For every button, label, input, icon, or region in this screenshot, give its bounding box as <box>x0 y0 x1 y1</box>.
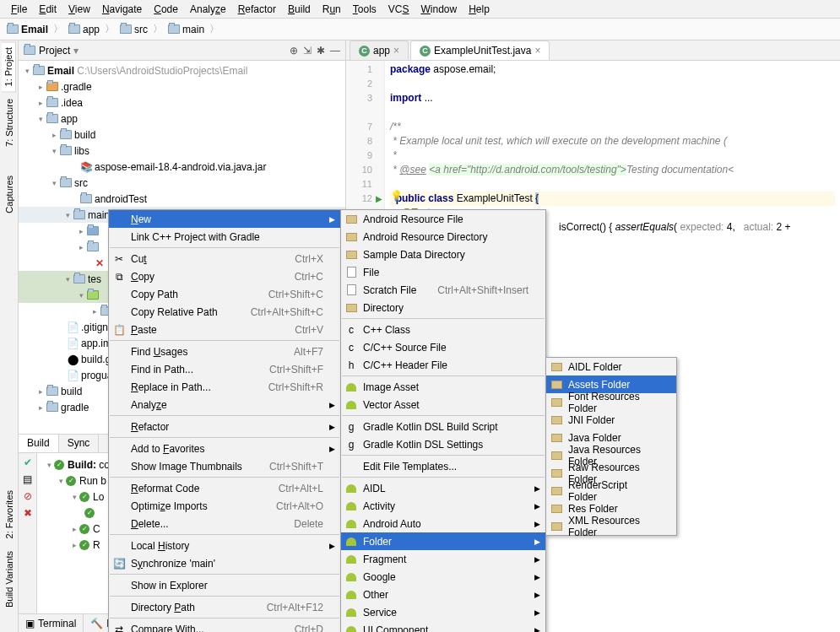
menu-run[interactable]: Run <box>317 1 347 18</box>
menu-item-copy-relative-path[interactable]: Copy Relative PathCtrl+Alt+Shift+C <box>109 303 340 321</box>
menu-item-aidl-folder[interactable]: AIDL Folder <box>546 358 676 375</box>
menu-item-analyze[interactable]: Analyze▶ <box>109 396 340 413</box>
intention-bulb-icon[interactable]: 💡 <box>390 190 403 202</box>
menu-item-c-c-source-file[interactable]: cC/C++ Source File <box>341 338 545 356</box>
menu-item-android-resource-directory[interactable]: Android Resource Directory <box>341 228 545 246</box>
menu-item-cut[interactable]: ✂CutCtrl+X <box>109 250 340 267</box>
menu-item-paste[interactable]: 📋PasteCtrl+V <box>109 321 340 338</box>
menu-item-gradle-kotlin-dsl-settings[interactable]: gGradle Kotlin DSL Settings <box>341 435 545 453</box>
menu-item-image-asset[interactable]: Image Asset <box>341 378 545 396</box>
menu-item-new[interactable]: New▶ <box>109 210 340 228</box>
tab-captures[interactable]: Captures <box>3 170 16 219</box>
menu-item-gradle-kotlin-dsl-build-script[interactable]: gGradle Kotlin DSL Build Script <box>341 418 545 435</box>
menu-item-xml-resources-folder[interactable]: XML Resources Folder <box>546 517 676 535</box>
project-panel-header: Project ▾ ⊕ ⇲ ✱ — <box>19 41 345 61</box>
tab-favorites[interactable]: 2: Favorites <box>3 485 16 543</box>
menu-item-replace-in-path-[interactable]: Replace in Path...Ctrl+Shift+R <box>109 378 340 396</box>
hide-icon[interactable]: — <box>330 45 340 57</box>
menu-item-aidl[interactable]: AIDL▶ <box>341 479 545 497</box>
menu-window[interactable]: Window <box>415 1 463 18</box>
menu-help[interactable]: Help <box>463 1 496 18</box>
editor-tab-app[interactable]: Capp× <box>350 41 409 60</box>
breadcrumb-src[interactable]: src <box>117 24 151 35</box>
menu-item-service[interactable]: Service▶ <box>341 603 545 621</box>
class-icon: C <box>420 46 431 57</box>
menu-item-font-resources-folder[interactable]: Font Resources Folder <box>546 393 676 411</box>
menu-item-google[interactable]: Google▶ <box>341 568 545 586</box>
menu-item-link-c-project-with-gradle[interactable]: Link C++ Project with Gradle <box>109 228 340 246</box>
menu-item-synchronize-main-[interactable]: 🔄Synchronize 'main' <box>109 554 340 572</box>
editor-tabs: Capp× CExampleUnitTest.java× <box>346 41 840 61</box>
context-menu: New▶Link C++ Project with Gradle✂CutCtrl… <box>108 209 341 632</box>
close-icon[interactable]: × <box>534 45 540 57</box>
stop-icon[interactable]: ⊘ <box>24 490 32 502</box>
menu-item-scratch-file[interactable]: Scratch FileCtrl+Alt+Shift+Insert <box>341 281 545 299</box>
menu-analyze[interactable]: Analyze <box>184 1 232 18</box>
menu-item-optimize-imports[interactable]: Optimize ImportsCtrl+Alt+O <box>109 497 340 515</box>
menu-item-directory[interactable]: Directory <box>341 299 545 316</box>
menu-item-find-usages[interactable]: Find UsagesAlt+F7 <box>109 343 340 360</box>
menu-item-activity[interactable]: Activity▶ <box>341 497 545 515</box>
menu-build[interactable]: Build <box>282 1 317 18</box>
menu-item-c-class[interactable]: cC++ Class <box>341 321 545 338</box>
menu-vcs[interactable]: VCS <box>382 1 415 18</box>
menu-item-copy-path[interactable]: Copy PathCtrl+Shift+C <box>109 285 340 303</box>
chevron-right-icon: 〉 <box>208 22 221 36</box>
tab-build-variants[interactable]: Build Variants <box>3 546 16 613</box>
menubar: File Edit View Navigate Code Analyze Ref… <box>0 0 840 19</box>
menu-item-file[interactable]: File <box>341 263 545 281</box>
menu-item-android-resource-file[interactable]: Android Resource File <box>341 210 545 228</box>
menu-tools[interactable]: Tools <box>347 1 382 18</box>
menu-item-fragment[interactable]: Fragment▶ <box>341 550 545 568</box>
folder-icon <box>68 24 80 34</box>
breadcrumb-main[interactable]: main <box>165 24 208 35</box>
check-icon[interactable]: ✔ <box>24 456 32 468</box>
submenu-new: Android Resource FileAndroid Resource Di… <box>340 209 546 632</box>
menu-item-folder[interactable]: Folder▶ <box>341 532 545 550</box>
build-gutter: ✔ ▤ ⊘ ✖ <box>19 453 37 632</box>
menu-item-delete-[interactable]: Delete...Delete <box>109 515 340 532</box>
tab-project[interactable]: 1: Project <box>2 41 16 92</box>
breadcrumb-email[interactable]: Email <box>3 24 51 35</box>
menu-item-show-in-explorer[interactable]: Show in Explorer <box>109 576 340 594</box>
menu-item-jni-folder[interactable]: JNI Folder <box>546 411 676 429</box>
menu-code[interactable]: Code <box>148 1 184 18</box>
settings-icon[interactable]: ✱ <box>317 45 325 57</box>
menu-item-vector-asset[interactable]: Vector Asset <box>341 396 545 413</box>
menu-item-add-to-favorites[interactable]: Add to Favorites▶ <box>109 440 340 457</box>
scroll-from-source-icon[interactable]: ⊕ <box>290 45 298 57</box>
menu-refactor[interactable]: Refactor <box>232 1 282 18</box>
menu-item-find-in-path-[interactable]: Find in Path...Ctrl+Shift+F <box>109 360 340 378</box>
close-icon[interactable]: × <box>393 45 399 57</box>
menu-item-reformat-code[interactable]: Reformat CodeCtrl+Alt+L <box>109 479 340 497</box>
menu-item-ui-component[interactable]: UI Component▶ <box>341 621 545 632</box>
menu-item-other[interactable]: Other▶ <box>341 586 545 603</box>
menu-item-local-history[interactable]: Local History▶ <box>109 537 340 554</box>
tab-terminal[interactable]: ▣ Terminal <box>19 614 84 632</box>
menu-item-edit-file-templates-[interactable]: Edit File Templates... <box>341 457 545 475</box>
collapse-all-icon[interactable]: ⇲ <box>303 45 312 57</box>
menu-item-refactor[interactable]: Refactor▶ <box>109 418 340 435</box>
build-tab-build[interactable]: Build <box>19 435 59 452</box>
menu-item-directory-path[interactable]: Directory PathCtrl+Alt+F12 <box>109 598 340 616</box>
gradle-icon: C <box>359 46 370 57</box>
editor-tab-exampletest[interactable]: CExampleUnitTest.java× <box>410 41 550 60</box>
rerun-icon[interactable]: ✖ <box>24 507 32 519</box>
menu-item-android-auto[interactable]: Android Auto▶ <box>341 515 545 532</box>
menu-item-compare-with-[interactable]: ⇄Compare With...Ctrl+D <box>109 620 340 632</box>
filter-icon[interactable]: ▤ <box>23 473 32 485</box>
menu-navigate[interactable]: Navigate <box>96 1 148 18</box>
menu-edit[interactable]: Edit <box>33 1 62 18</box>
build-tab-sync[interactable]: Sync <box>59 435 100 452</box>
chevron-right-icon: 〉 <box>103 22 117 36</box>
menu-item-sample-data-directory[interactable]: Sample Data Directory <box>341 246 545 263</box>
menu-item-copy[interactable]: ⧉CopyCtrl+C <box>109 267 340 285</box>
menu-view[interactable]: View <box>62 1 96 18</box>
breadcrumb-app[interactable]: app <box>65 24 103 35</box>
tab-structure[interactable]: 7: Structure <box>3 94 16 152</box>
menu-item-c-c-header-file[interactable]: hC/C++ Header File <box>341 356 545 374</box>
menu-item-show-image-thumbnails[interactable]: Show Image ThumbnailsCtrl+Shift+T <box>109 457 340 475</box>
menu-item-renderscript-folder[interactable]: RenderScript Folder <box>546 482 676 500</box>
breadcrumb: Email 〉 app 〉 src 〉 main 〉 <box>0 19 840 41</box>
menu-file[interactable]: File <box>5 1 33 18</box>
